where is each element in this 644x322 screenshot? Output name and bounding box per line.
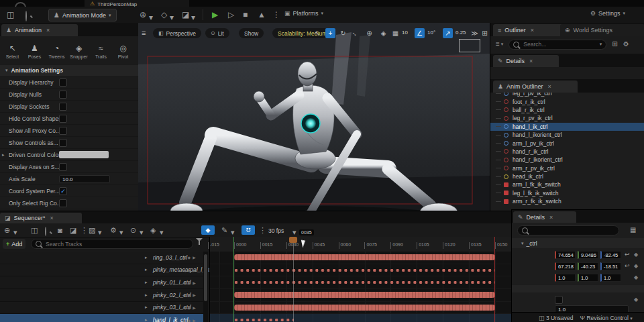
tab-details[interactable]: ✎ Details × — [513, 211, 576, 223]
anim-outliner-item[interactable]: arm_r_fk_ik_switch — [490, 197, 644, 205]
sequencer-track[interactable]: ▸pinky_03_l_ctrl◀◆▶ — [0, 302, 203, 315]
keyframe-lane[interactable] — [210, 289, 512, 302]
keyframe-lane[interactable] — [210, 264, 512, 277]
anim-tool-poses[interactable]: ♟Poses — [23, 38, 46, 64]
anim-tool-trails[interactable]: ≈Trails — [90, 38, 112, 64]
chevron-down-icon[interactable]: ▾ — [140, 228, 144, 237]
control-section-header[interactable]: ▾ _ctrl — [512, 238, 644, 248]
perspective-dropdown[interactable]: ◧ Perspective — [153, 28, 201, 38]
chevron-down-icon[interactable]: ▾ — [170, 13, 174, 22]
find-in-browser-icon[interactable] — [45, 227, 46, 236]
grid-snap-icon[interactable]: ▦ — [390, 28, 400, 38]
settings-dropdown[interactable]: ⚙ Settings ▾ — [590, 10, 625, 17]
surface-snap-icon[interactable]: ◈ — [378, 28, 388, 38]
chevron-down-icon[interactable]: ▾ — [160, 228, 164, 237]
anim-tool-tweens[interactable]: ◔Tweens — [46, 38, 68, 64]
editor-mode-dropdown[interactable]: ♟ Animation Mode ▾ — [48, 9, 117, 21]
rotate-tool-icon[interactable]: ↻ — [338, 28, 348, 38]
fps-dropdown[interactable]: 30 fps — [268, 227, 284, 234]
eye-icon[interactable]: ⊙ — [130, 226, 136, 235]
anim-outliner-item[interactable]: hand_l_ikorient_ctrl — [490, 131, 644, 139]
add-actor-icon[interactable]: ⊕ — [140, 10, 146, 19]
keyframe-lanes[interactable] — [209, 252, 512, 322]
tab-outliner[interactable]: ≡ Outliner × — [493, 24, 564, 36]
checkbox[interactable] — [59, 91, 67, 99]
edit-pen-icon[interactable]: ✎ — [221, 226, 227, 235]
anim-outliner-item[interactable]: arm_l_pv_ik_ctrl — [490, 139, 644, 147]
expander-icon[interactable]: ▸ — [145, 317, 148, 322]
expander-icon[interactable]: ▸ — [2, 152, 5, 158]
expander-icon[interactable]: ▸ — [145, 292, 148, 298]
chevron-down-icon[interactable]: ▾ — [600, 42, 602, 47]
grid-snap-value[interactable]: 10 — [402, 30, 408, 36]
render-thumbnail-icon[interactable]: ▨ — [89, 226, 95, 235]
world-icon[interactable]: ⊕ — [4, 226, 10, 235]
keyframe-lane[interactable] — [210, 252, 512, 264]
reset-icon[interactable]: ↩ — [625, 262, 630, 269]
checkbox[interactable] — [555, 296, 563, 304]
keying-settings-icon[interactable]: ◈ — [150, 226, 156, 235]
add-track-button[interactable]: + Add — [3, 239, 25, 249]
close-icon[interactable]: × — [531, 27, 534, 34]
anim-outliner-item[interactable]: hand_r_ik_ctrl — [490, 148, 644, 156]
close-icon[interactable]: × — [548, 83, 551, 90]
keyframe-nav[interactable]: ◀◆▶ — [182, 255, 198, 260]
play-button[interactable]: ▶ — [212, 10, 218, 19]
lit-dropdown[interactable]: ⊙ Lit — [205, 28, 229, 38]
anim-tool-pivot[interactable]: ◎Pivot — [112, 38, 134, 64]
chevron-down-icon[interactable]: ▾ — [98, 228, 102, 237]
outliner-search-input[interactable] — [522, 40, 596, 48]
details-search[interactable] — [517, 225, 619, 235]
sequencer-track[interactable]: ▸ring_03_l_ctrl◀◆▶ — [0, 252, 203, 264]
sequencer-track[interactable]: ▸pinky_02_l_ctrl◀◆▶ — [0, 289, 203, 302]
axis-scale-input[interactable]: 10.0 — [59, 175, 110, 183]
keyframe-nav[interactable]: ◀◆▶ — [182, 318, 198, 322]
keyframe-lane[interactable] — [210, 314, 512, 322]
track-filter-icon[interactable] — [196, 238, 203, 248]
checkbox[interactable] — [59, 139, 67, 147]
checkbox[interactable] — [59, 115, 67, 123]
anim-outliner-item[interactable]: leg_l_fk_ik_switch — [490, 189, 644, 197]
camera-speed-icon[interactable]: ≫ — [470, 28, 480, 38]
move-tool-icon[interactable]: + — [325, 28, 335, 38]
anim-outliner-item[interactable]: hand_l_ik_ctrl — [490, 123, 644, 131]
select-tool-icon[interactable]: ↖ — [313, 28, 323, 38]
checkbox[interactable] — [59, 199, 67, 207]
checkbox[interactable] — [59, 163, 67, 171]
keyframe-lane[interactable] — [210, 276, 512, 289]
maximize-viewport-icon[interactable]: ⊞ — [480, 28, 490, 38]
track-search[interactable] — [31, 239, 193, 249]
tab-details-top[interactable]: ✎ Details × — [493, 55, 559, 67]
sequencer-track[interactable]: ▸pinky_01_l_ctrl◀◆▶ — [0, 276, 203, 289]
cinematics-icon[interactable]: ◪ — [182, 10, 189, 19]
world-coordinate-icon[interactable]: ⊕ — [364, 28, 374, 38]
chevron-down-icon[interactable]: ▾ — [13, 228, 17, 237]
stop-button[interactable]: ■ — [243, 10, 248, 19]
tab-world-settings[interactable]: ⊕ World Settings — [560, 24, 644, 36]
close-icon[interactable]: × — [549, 214, 553, 221]
tab-animation[interactable]: ♟ Animation × — [1, 24, 78, 36]
checkbox[interactable] — [59, 78, 67, 87]
sequencer-track[interactable]: ▸pinky_metacarpal_l_ctrl◀◆▶ — [0, 264, 203, 277]
anim-outliner-item[interactable]: leg_r_pv_ik_ctrl — [490, 114, 644, 122]
details-search-input[interactable] — [531, 227, 614, 235]
keyframe-diamond[interactable]: ◆ — [634, 263, 638, 269]
scalability-badge[interactable]: Scalability: Medium — [272, 28, 332, 38]
save-icon[interactable]: ◫ — [31, 226, 38, 235]
chevron-down-icon[interactable]: ▾ — [191, 13, 195, 22]
value-field[interactable]: -82.45 — [600, 251, 621, 259]
expander-icon[interactable]: ▸ — [145, 305, 148, 310]
keyframe-lane[interactable] — [210, 302, 512, 315]
value-field[interactable]: 1.0 — [555, 274, 576, 282]
keyframe-diamond[interactable]: ◆ — [634, 297, 638, 303]
gear-icon[interactable]: ⚙ — [623, 41, 629, 48]
tab-anim-outliner[interactable]: ♟ Anim Outliner × — [493, 80, 578, 93]
expander-icon[interactable]: ▸ — [145, 255, 148, 260]
chevron-down-icon[interactable]: ▾ — [149, 13, 153, 22]
anim-outliner-item[interactable]: arm_l_fk_ik_switch — [490, 180, 644, 189]
anim-outliner-item[interactable]: ball_r_ik_ctrl — [490, 106, 644, 114]
sequencer-scrollbar[interactable] — [203, 252, 208, 322]
animation-settings-header[interactable]: ▾ Animation Settings — [0, 65, 144, 76]
keyframe-diamond[interactable]: ◆ — [634, 252, 638, 258]
value-field[interactable]: 9.0486 — [578, 251, 598, 259]
